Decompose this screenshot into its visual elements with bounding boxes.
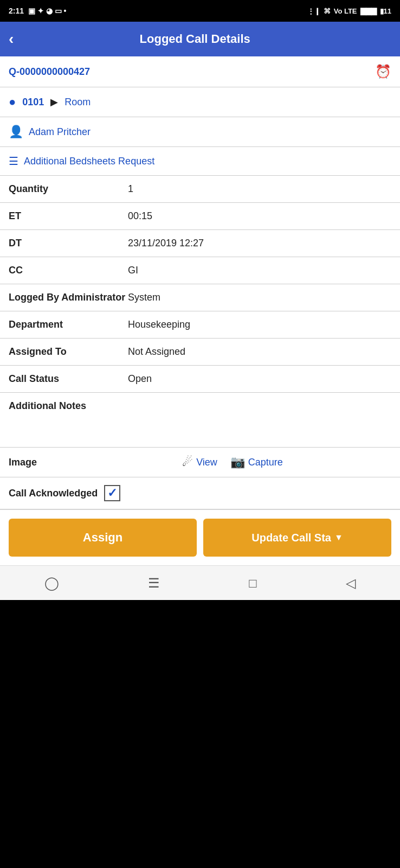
department-label: Department: [9, 319, 128, 330]
logged-by-label: Logged By Administrator: [9, 292, 128, 303]
capture-image-button[interactable]: 📷 Capture: [230, 455, 283, 469]
status-bar-right: ⋮❙ ⌘ Vo LTE ▇▇▇ ▮11: [307, 7, 391, 15]
location-pin-icon: ●: [9, 95, 16, 109]
back-button[interactable]: ‹: [9, 31, 14, 47]
dropdown-arrow-icon: ▼: [334, 533, 343, 542]
nav-bar: ◯ ☰ □ ◁: [0, 565, 400, 600]
assigned-to-label: Assigned To: [9, 346, 128, 358]
service-name: Additional Bedsheets Request: [24, 156, 154, 167]
lte-icon: Vo LTE: [334, 7, 357, 15]
cc-row: CC GI: [0, 257, 400, 284]
status-bar: 2:11 ▣ ✦ ◕ ▭ • ⋮❙ ⌘ Vo LTE ▇▇▇ ▮11: [0, 0, 400, 22]
additional-notes-label: Additional Notes: [9, 400, 86, 411]
assigned-to-row: Assigned To Not Assigned: [0, 339, 400, 366]
alarm-icon: ⏰: [375, 64, 391, 79]
assigned-to-value: Not Assigned: [128, 346, 185, 358]
wifi-icon: ⌘: [324, 7, 331, 15]
page-title: Logged Call Details: [22, 32, 367, 46]
nav-square-icon[interactable]: □: [249, 576, 257, 591]
additional-notes-area[interactable]: [0, 415, 400, 448]
update-call-status-button[interactable]: Update Call Sta ▼: [203, 519, 391, 557]
nav-circle-icon[interactable]: ◯: [44, 576, 59, 591]
image-actions: ☄ View 📷 Capture: [74, 455, 391, 469]
image-row: Image ☄ View 📷 Capture: [0, 448, 400, 477]
person-row: 👤 Adam Pritcher: [0, 117, 400, 147]
call-status-value: Open: [128, 373, 152, 385]
image-view-icon: ☄: [182, 455, 193, 469]
department-value: Housekeeping: [128, 319, 190, 330]
location-arrow-icon: ▶: [50, 96, 58, 108]
q-number: Q-0000000000427: [9, 66, 90, 78]
cc-label: CC: [9, 265, 128, 276]
logged-by-value: System: [128, 292, 160, 303]
logged-by-row: Logged By Administrator System: [0, 284, 400, 311]
signal-icon: ▇▇▇: [360, 7, 377, 15]
dt-row: DT 23/11/2019 12:27: [0, 230, 400, 257]
notification-icons: ▣ ✦ ◕ ▭ •: [28, 7, 66, 15]
status-bar-left: 2:11 ▣ ✦ ◕ ▭ •: [9, 7, 67, 15]
dt-value: 23/11/2019 12:27: [128, 238, 204, 249]
department-row: Department Housekeeping: [0, 311, 400, 339]
main-content: Q-0000000000427 ⏰ ● 0101 ▶ Room 👤 Adam P…: [0, 56, 400, 509]
battery-icon: ▮11: [380, 7, 391, 15]
call-acknowledged-checkbox[interactable]: ✓: [104, 485, 120, 501]
q-number-row: Q-0000000000427 ⏰: [0, 56, 400, 87]
cc-value: GI: [128, 265, 138, 276]
image-label: Image: [9, 457, 74, 468]
location-type: Room: [64, 97, 91, 108]
update-call-status-label: Update Call Sta: [251, 532, 331, 544]
et-value: 00:15: [128, 210, 152, 222]
capture-label: Capture: [248, 457, 283, 468]
assign-button[interactable]: Assign: [9, 519, 197, 557]
location-number: 0101: [22, 97, 44, 108]
et-row: ET 00:15: [0, 203, 400, 230]
view-image-button[interactable]: ☄ View: [182, 455, 217, 469]
view-label: View: [196, 457, 217, 468]
time: 2:11: [9, 7, 24, 15]
dt-label: DT: [9, 238, 128, 249]
checkbox-check-icon: ✓: [107, 486, 117, 500]
nav-back-icon[interactable]: ◁: [346, 576, 356, 591]
et-label: ET: [9, 210, 128, 222]
quantity-label: Quantity: [9, 183, 128, 195]
service-row: ☰ Additional Bedsheets Request: [0, 147, 400, 176]
call-status-label: Call Status: [9, 373, 128, 385]
call-status-row: Call Status Open: [0, 366, 400, 393]
quantity-value: 1: [128, 183, 133, 195]
service-icon: ☰: [9, 155, 18, 168]
call-acknowledged-label: Call Acknowledged: [9, 488, 98, 499]
vibrate-icon: ⋮❙: [307, 7, 320, 15]
camera-icon: 📷: [230, 455, 245, 469]
location-row: ● 0101 ▶ Room: [0, 87, 400, 117]
app-header: ‹ Logged Call Details: [0, 22, 400, 56]
quantity-row: Quantity 1: [0, 176, 400, 203]
additional-notes-header: Additional Notes: [0, 393, 400, 415]
bottom-buttons: Assign Update Call Sta ▼: [0, 509, 400, 565]
person-name: Adam Pritcher: [29, 126, 91, 138]
call-acknowledged-row: Call Acknowledged ✓: [0, 477, 400, 509]
person-icon: 👤: [9, 125, 23, 139]
nav-menu-icon[interactable]: ☰: [148, 576, 160, 591]
